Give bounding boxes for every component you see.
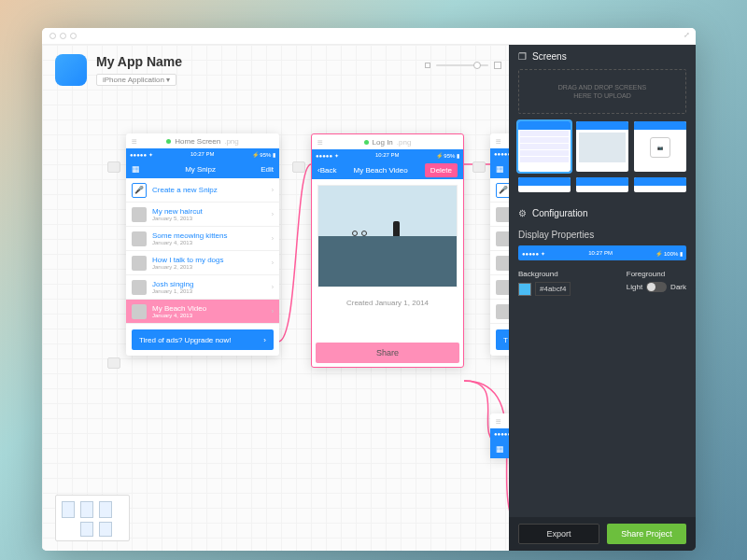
artboard-title: Home Screen [175, 137, 220, 146]
config-panel-header[interactable]: ⚙Configuration [509, 202, 696, 224]
chevron-right-icon: › [272, 308, 274, 315]
app-window: ⤢ My App Name iPhone Application ▾ [42, 28, 696, 551]
list-item[interactable]: Some meowing kittensJanuary 4, 2013› [126, 227, 279, 251]
chevron-right-icon: › [272, 211, 274, 217]
light-label: Light [627, 283, 642, 291]
chevron-right-icon: › [272, 187, 274, 193]
sidebar-footer: Export Share Project [509, 517, 696, 551]
artboard-login[interactable]: ≡ Log In.png ●●●●● ✦ 10:27 PM ⚡ 95% ▮ ‹B… [311, 133, 464, 368]
artboard-title: Log In [373, 138, 393, 147]
photo-preview [317, 185, 458, 287]
connector-node[interactable] [107, 357, 120, 369]
ios-statusbar: ●●●●● ✦ 10:27 PM ⚡ 95% ▮ [126, 148, 279, 160]
layers-icon: ❐ [518, 51, 527, 62]
window-max-icon[interactable] [70, 33, 77, 39]
app-name[interactable]: My App Name [96, 54, 182, 69]
connector-node[interactable] [472, 161, 486, 173]
screen-thumb[interactable] [518, 177, 571, 192]
minimap[interactable] [55, 495, 130, 541]
avatar [132, 304, 147, 319]
artboard-ext: .png [224, 137, 239, 146]
foreground-toggle[interactable] [646, 282, 667, 292]
window-min-icon[interactable] [60, 33, 66, 39]
drag-handle-icon[interactable]: ≡ [317, 137, 323, 147]
drag-handle-icon[interactable]: ≡ [132, 136, 137, 147]
navbar-title: My Beach Video [354, 166, 408, 175]
banner-ad[interactable]: Tired of ads? Upgrade now!› [132, 329, 274, 350]
connector-node[interactable] [292, 161, 305, 173]
window-titlebar: ⤢ [42, 28, 696, 45]
export-button[interactable]: Export [518, 524, 599, 544]
screen-thumb[interactable] [576, 177, 628, 192]
ios-statusbar: ●●●●● ✦ 10:27 PM ⚡ 95% ▮ [312, 149, 463, 161]
back-button[interactable]: ‹Back [317, 166, 336, 175]
gear-icon: ⚙ [518, 208, 527, 218]
dark-label: Dark [670, 283, 686, 291]
upload-dropzone[interactable]: DRAG AND DROP SCREENS HERE TO UPLOAD [518, 69, 686, 114]
list-item[interactable]: My new haircutJanuary 5, 2013› [126, 203, 279, 227]
avatar [132, 280, 147, 295]
created-label: Created January 1, 2014 [312, 293, 463, 339]
foreground-label: Foreground [627, 270, 686, 278]
artboard-tab[interactable]: ≡ Home Screen.png [126, 133, 279, 148]
list-item[interactable]: 🎤Create a new Snipz› [126, 178, 279, 203]
grid-icon[interactable]: ▦ [132, 164, 140, 174]
canvas[interactable]: My App Name iPhone Application ▾ ≡ Home … [42, 45, 509, 551]
mic-icon: 🎤 [132, 183, 147, 198]
list-item-selected[interactable]: My Beach VideoJanuary 4, 2013› [126, 300, 279, 324]
zoom-slider[interactable] [436, 64, 488, 66]
share-project-button[interactable]: Share Project [607, 524, 686, 544]
status-dot-icon [166, 139, 171, 144]
app-platform-select[interactable]: iPhone Application ▾ [96, 74, 176, 86]
screen-thumb[interactable] [576, 121, 628, 172]
resize-handle-icon[interactable]: ⤢ [684, 32, 690, 39]
artboard-tab[interactable]: ≡ Log In.png [312, 134, 463, 149]
delete-button[interactable]: Delete [425, 163, 458, 177]
artboard-home[interactable]: ≡ Home Screen.png ●●●●● ✦ 10:27 PM ⚡ 95%… [126, 133, 279, 356]
app-icon[interactable] [55, 54, 87, 86]
chevron-right-icon: › [272, 259, 274, 266]
artboard-peek[interactable]: ≡ ●●●●● ▦ [490, 413, 509, 458]
screen-thumb[interactable]: 📷 [634, 121, 686, 172]
screen-thumbnails: 📷 [509, 121, 696, 202]
ios-navbar: ‹Back My Beach Video Delete [312, 161, 463, 179]
chevron-right-icon: › [272, 284, 274, 290]
share-button[interactable]: Share [316, 343, 459, 363]
avatar [132, 231, 147, 246]
artboard-ext: .png [397, 138, 412, 147]
chevron-right-icon: › [272, 235, 274, 242]
navbar-title: My Snipz [185, 165, 216, 174]
artboard-peek[interactable]: ≡ ●●●●● ▦ 🎤 T› [490, 133, 509, 356]
edit-button[interactable]: Edit [261, 165, 274, 174]
ios-navbar: ▦ My Snipz Edit [126, 160, 279, 178]
list-item[interactable]: Josh singingJanuary 1, 2013› [126, 275, 279, 300]
connector-node[interactable] [107, 161, 120, 173]
screen-thumb[interactable] [634, 177, 686, 192]
background-label: Background [518, 270, 571, 278]
avatar [132, 256, 147, 271]
project-header: My App Name iPhone Application ▾ [55, 54, 182, 86]
status-dot-icon [364, 140, 369, 145]
list-item[interactable]: How I talk to my dogsJanuary 2, 2013› [126, 251, 279, 275]
display-properties-label: Display Properties [518, 230, 686, 240]
preview-statusbar: ●●●●● ✦ 10:27 PM ⚡ 100% ▮ [518, 245, 686, 260]
zoom-out-icon[interactable] [425, 63, 430, 68]
avatar [132, 207, 147, 222]
chevron-right-icon: › [263, 336, 266, 344]
zoom-in-icon[interactable] [494, 62, 501, 69]
color-swatch[interactable] [518, 283, 531, 296]
zoom-control[interactable] [425, 62, 501, 69]
screen-thumb[interactable] [518, 121, 571, 172]
inspector-sidebar: ❐Screens DRAG AND DROP SCREENS HERE TO U… [509, 45, 696, 551]
screens-panel-header[interactable]: ❐Screens [509, 45, 696, 67]
window-close-icon[interactable] [49, 33, 56, 39]
hex-input[interactable]: #4abcf4 [535, 282, 571, 296]
